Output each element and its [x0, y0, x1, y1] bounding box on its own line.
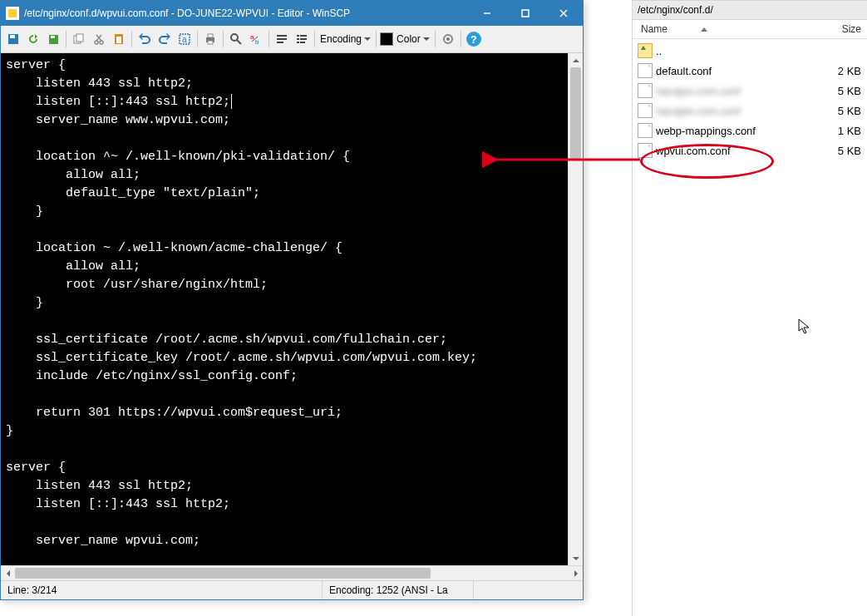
print-icon[interactable] [201, 30, 219, 48]
file-icon [638, 83, 653, 98]
save-icon[interactable] [4, 30, 22, 48]
paste-icon[interactable] [110, 30, 128, 48]
file-size: 2 KB [816, 65, 867, 77]
file-size: 5 KB [816, 85, 867, 97]
svg-rect-32 [297, 42, 299, 43]
svg-rect-26 [277, 38, 287, 40]
help-icon: ? [466, 32, 481, 47]
color-label: Color [397, 33, 421, 45]
toolbar: a ab Encoding Color ? [1, 26, 583, 53]
svg-rect-1 [522, 10, 529, 17]
close-button[interactable] [544, 1, 583, 26]
path-bar[interactable]: /etc/nginx/conf.d/ [633, 0, 867, 20]
app-icon [6, 7, 19, 20]
file-size: 5 KB [816, 145, 867, 157]
titlebar[interactable]: /etc/nginx/conf.d/wpvui.com.conf - DO-JU… [1, 1, 583, 26]
scrollbar-track[interactable] [569, 67, 583, 551]
file-panel: /etc/nginx/conf.d/ Name Size .. default.… [632, 0, 867, 616]
file-name: hazajee.com.conf [656, 105, 816, 117]
code-editor[interactable]: server { listen 443 ssl http2; listen [:… [1, 53, 568, 565]
copy-icon[interactable] [70, 30, 88, 48]
svg-rect-29 [300, 35, 307, 37]
svg-rect-7 [51, 36, 55, 38]
file-row[interactable]: wpvui.com.conf5 KB [633, 140, 867, 160]
file-row[interactable]: hazajou.com.conf5 KB [633, 81, 867, 101]
vertical-scrollbar[interactable] [568, 53, 583, 565]
svg-rect-30 [297, 38, 299, 40]
svg-rect-5 [10, 35, 15, 38]
scroll-down-arrow-icon[interactable] [569, 551, 583, 565]
file-list[interactable]: .. default.conf2 KBhazajou.com.conf5 KBh… [633, 39, 867, 160]
folder-up-icon [638, 43, 653, 58]
svg-rect-33 [300, 42, 305, 43]
status-encoding: Encoding: 1252 (ANSI - La [323, 581, 474, 599]
statusbar: Line: 3/214 Encoding: 1252 (ANSI - La [1, 580, 583, 599]
file-size: 5 KB [816, 105, 867, 117]
svg-rect-28 [297, 35, 299, 37]
status-line: Line: 3/214 [1, 581, 323, 599]
color-swatch [380, 32, 393, 46]
column-name[interactable]: Name [633, 23, 816, 35]
save-all-icon[interactable] [44, 30, 62, 48]
svg-point-11 [100, 41, 103, 44]
svg-point-35 [446, 37, 450, 41]
select-all-icon[interactable]: a [175, 30, 194, 48]
scroll-left-arrow-icon[interactable] [1, 566, 15, 580]
minimize-button[interactable] [468, 1, 506, 26]
settings-icon[interactable] [439, 30, 457, 48]
help-button[interactable]: ? [465, 30, 483, 48]
editor-window: /etc/nginx/conf.d/wpvui.com.conf - DO-JU… [0, 0, 584, 600]
list-header[interactable]: Name Size [633, 20, 867, 39]
svg-point-10 [95, 41, 98, 44]
file-row[interactable]: hazajee.com.conf5 KB [633, 101, 867, 121]
sort-asc-icon [701, 27, 707, 32]
file-name: wpvui.com.conf [656, 145, 816, 157]
svg-point-21 [231, 34, 238, 41]
parent-folder-label: .. [656, 45, 816, 57]
file-name: webp-mappings.conf [656, 125, 816, 137]
scrollbar-thumb[interactable] [570, 67, 581, 159]
column-size[interactable]: Size [816, 23, 867, 35]
file-name: hazajou.com.conf [656, 85, 816, 97]
svg-text:b: b [255, 38, 259, 46]
svg-rect-19 [208, 34, 213, 37]
parent-folder-row[interactable]: .. [633, 41, 867, 61]
svg-rect-25 [277, 35, 287, 37]
replace-icon[interactable]: ab [247, 30, 265, 48]
scrollbar-thumb[interactable] [15, 568, 431, 579]
file-row[interactable]: default.conf2 KB [633, 61, 867, 81]
file-icon [638, 123, 653, 138]
cut-icon[interactable] [90, 30, 108, 48]
encoding-dropdown[interactable]: Encoding [318, 33, 372, 45]
horizontal-scrollbar[interactable] [1, 565, 583, 580]
svg-line-22 [237, 40, 241, 44]
chevron-down-icon [364, 37, 371, 41]
reload-icon[interactable] [24, 30, 42, 48]
redo-icon[interactable] [155, 30, 174, 48]
file-row[interactable]: webp-mappings.conf1 KB [633, 121, 867, 140]
scroll-right-arrow-icon[interactable] [569, 566, 583, 580]
scrollbar-track[interactable] [15, 566, 569, 580]
find-icon[interactable] [227, 30, 245, 48]
file-icon [638, 143, 653, 158]
encoding-label: Encoding [320, 33, 362, 45]
undo-icon[interactable] [135, 30, 154, 48]
window-title: /etc/nginx/conf.d/wpvui.com.conf - DO-JU… [24, 7, 468, 19]
file-icon [638, 103, 653, 118]
svg-rect-15 [116, 37, 121, 43]
format-icon[interactable] [293, 30, 311, 48]
maximize-button[interactable] [506, 1, 544, 26]
svg-rect-27 [277, 42, 283, 43]
svg-rect-31 [300, 38, 307, 40]
goto-line-icon[interactable] [273, 30, 291, 48]
file-icon [638, 63, 653, 78]
color-dropdown[interactable]: Color [395, 33, 431, 45]
svg-rect-20 [208, 41, 213, 44]
svg-text:a: a [182, 35, 187, 44]
svg-rect-9 [76, 34, 83, 42]
scroll-up-arrow-icon[interactable] [569, 53, 583, 67]
file-name: default.conf [656, 65, 816, 77]
chevron-down-icon [423, 37, 430, 41]
file-size: 1 KB [816, 125, 867, 137]
